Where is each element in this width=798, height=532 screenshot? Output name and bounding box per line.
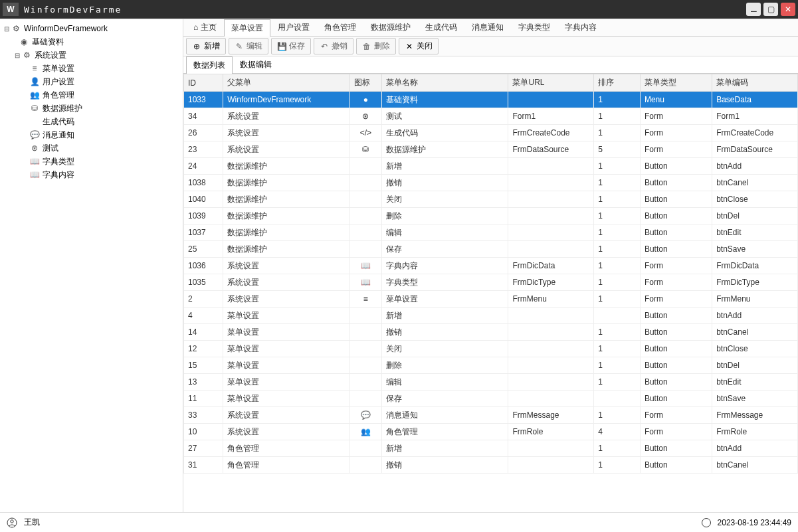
column-header[interactable]: ID <box>184 74 223 92</box>
cell: Form <box>640 141 712 158</box>
column-header[interactable]: 菜单类型 <box>640 74 712 92</box>
tab[interactable]: 消息通知 <box>464 19 511 36</box>
table-row[interactable]: 27角色管理新增1ButtonbtnAddFrmRole:btnAdd2 <box>184 440 799 457</box>
table-row[interactable]: 1033WinformDevFramework●基础资料1MenuBaseDat… <box>184 92 799 108</box>
table-row[interactable]: 25数据源维护保存1ButtonbtnSaveFrmDataSource:btn… <box>184 241 799 258</box>
cell: FrmDicType <box>712 274 798 291</box>
table-row[interactable]: 24数据源维护新增1ButtonbtnAddFrmDataSource:btnA… <box>184 158 799 175</box>
close-button[interactable]: ✕ <box>781 3 795 16</box>
column-header[interactable]: 图标 <box>350 74 382 92</box>
sidebar-item-label: 生成代码 <box>43 116 74 128</box>
table-row[interactable]: 1036系统设置📖字典内容FrmDicData1FormFrmDicDataFr… <box>184 258 799 274</box>
tab[interactable]: 角色管理 <box>317 19 363 36</box>
close-tab-button[interactable]: ✕关闭 <box>399 38 439 54</box>
plus-icon: ⊕ <box>192 42 201 51</box>
cell: FrmMessage <box>508 407 594 424</box>
column-header[interactable]: 菜单编码 <box>712 74 798 92</box>
cell: 5 <box>594 141 641 158</box>
tab[interactable]: 生成代码 <box>418 19 464 36</box>
tab-bar: ⌂主页 菜单设置用户设置角色管理数据源维护生成代码消息通知字典类型字典内容 <box>183 19 798 37</box>
column-header[interactable]: 排序 <box>594 74 641 92</box>
edit-button[interactable]: ✎编辑 <box>229 38 268 54</box>
cell: 14 <box>184 324 223 341</box>
data-grid[interactable]: ID父菜单图标菜单名称菜单URL排序菜单类型菜单编码菜单权限标识 1033Win… <box>183 74 798 512</box>
tree-root[interactable]: ⊟⚙WinformDevFramework <box>0 22 183 35</box>
sidebar-item[interactable]: 👥角色管理 <box>0 88 183 102</box>
cell: 菜单设置 <box>381 291 508 308</box>
cell <box>508 175 594 191</box>
cell: 测试 <box>381 108 508 125</box>
sidebar-item[interactable]: 生成代码 <box>0 115 183 128</box>
table-row[interactable]: 1035系统设置📖字典类型FrmDicType1FormFrmDicTypeFr… <box>184 274 799 291</box>
floppy-icon: 💾 <box>277 42 286 51</box>
cell: 1 <box>594 357 641 374</box>
table-row[interactable]: 13菜单设置编辑1ButtonbtnEditFrmMenu:btnEdit2 <box>184 374 799 391</box>
sidebar-item[interactable]: 📖字典内容 <box>0 168 183 181</box>
tree-sys[interactable]: ⊟⚙系统设置 <box>0 48 183 62</box>
cell: 1 <box>594 108 641 125</box>
cell: 24 <box>184 158 223 175</box>
table-row[interactable]: 31角色管理撤销1ButtonbtnCanelFrmRole:btnCanel2 <box>184 457 799 474</box>
subtab-list[interactable]: 数据列表 <box>186 56 233 74</box>
tab[interactable]: 数据源维护 <box>363 19 418 36</box>
maximize-button[interactable]: ▢ <box>763 3 778 16</box>
table-row[interactable]: 33系统设置💬消息通知FrmMessage1FormFrmMessageFrmM… <box>184 407 799 424</box>
cell: btnClose <box>712 191 798 208</box>
tab[interactable]: 菜单设置 <box>224 19 270 37</box>
cell: 📖 <box>350 258 382 274</box>
cell: 撤销 <box>381 324 508 341</box>
table-row[interactable]: 12菜单设置关闭1ButtonbtnCloseFrmMenu:btnClose2 <box>184 341 799 357</box>
cell: ● <box>350 92 382 108</box>
table-row[interactable]: 23系统设置⛁数据源维护FrmDataSource5FormFrmDataSou… <box>184 141 799 158</box>
table-row[interactable]: 2系统设置≡菜单设置FrmMenu1FormFrmMenuFrmMenu2 <box>184 291 799 308</box>
cell: 27 <box>184 440 223 457</box>
table-row[interactable]: 4菜单设置新增ButtonbtnAddFrmMenu:btnAdd2 <box>184 308 799 324</box>
table-row[interactable]: 26系统设置</>生成代码FrmCreateCode1FormFrmCreate… <box>184 125 799 141</box>
sidebar-item[interactable]: ⛁数据源维护 <box>0 102 183 115</box>
delete-button[interactable]: 🗑删除 <box>356 38 396 54</box>
cell: 数据源维护 <box>223 224 350 241</box>
tab[interactable]: 字典类型 <box>511 19 557 36</box>
table-row[interactable]: 1038数据源维护撤销1ButtonbtnCanelFrmDataSource:… <box>184 175 799 191</box>
cell: btnEdit <box>712 224 798 241</box>
cell: FrmDicData <box>508 258 594 274</box>
undo-button[interactable]: ↶撤销 <box>314 38 353 54</box>
save-button[interactable]: 💾保存 <box>271 38 311 54</box>
tab[interactable]: 用户设置 <box>270 19 317 36</box>
table-row[interactable]: 10系统设置👥角色管理FrmRole4FormFrmRoleFrmRole2 <box>184 424 799 440</box>
column-header[interactable]: 菜单名称 <box>381 74 508 92</box>
tab[interactable]: 字典内容 <box>557 19 604 36</box>
add-button[interactable]: ⊕新增 <box>186 38 226 54</box>
subtab-edit[interactable]: 数据编辑 <box>233 56 279 73</box>
table-row[interactable]: 34系统设置⊛测试Form11FormForm1Form12 <box>184 108 799 125</box>
cell: 编辑 <box>381 224 508 241</box>
sidebar-item[interactable]: ≡菜单设置 <box>0 62 183 75</box>
table-row[interactable]: 1037数据源维护编辑1ButtonbtnEditFrmDataSource:b… <box>184 224 799 241</box>
cell: btnSave <box>712 391 798 407</box>
cell: 1039 <box>184 208 223 224</box>
table-row[interactable]: 14菜单设置撤销1ButtonbtnCanelFrmMenu:btnCanel2 <box>184 324 799 341</box>
sidebar-item[interactable]: ⊛测试 <box>0 141 183 155</box>
sidebar-item[interactable]: 👤用户设置 <box>0 75 183 88</box>
x-icon: ✕ <box>405 42 414 51</box>
cell: 生成代码 <box>381 125 508 141</box>
sidebar-item[interactable]: 📖字典类型 <box>0 155 183 168</box>
tree-base[interactable]: ◉基础资料 <box>0 35 183 48</box>
tab-home[interactable]: ⌂主页 <box>186 19 224 36</box>
cell: 1 <box>594 324 641 341</box>
table-row[interactable]: 11菜单设置保存ButtonbtnSaveFrmMenu:btnSave2 <box>184 391 799 407</box>
table-row[interactable]: 15菜单设置删除1ButtonbtnDelFrmMenu:btnDel2 <box>184 357 799 374</box>
svg-point-1 <box>11 519 13 522</box>
cell: 23 <box>184 141 223 158</box>
table-row[interactable]: 1039数据源维护删除1ButtonbtnDelFrmDataSource:bt… <box>184 208 799 224</box>
cell: 👥 <box>350 424 382 440</box>
minimize-button[interactable]: ⚊ <box>746 3 761 16</box>
cell: 菜单设置 <box>223 308 350 324</box>
cell: Button <box>640 391 712 407</box>
table-row[interactable]: 1040数据源维护关闭1ButtonbtnCloseFrmDataSource:… <box>184 191 799 208</box>
column-header[interactable]: 父菜单 <box>223 74 350 92</box>
column-header[interactable]: 菜单URL <box>508 74 594 92</box>
sidebar-item[interactable]: 💬消息通知 <box>0 128 183 141</box>
cell: 新增 <box>381 308 508 324</box>
cell <box>594 391 641 407</box>
